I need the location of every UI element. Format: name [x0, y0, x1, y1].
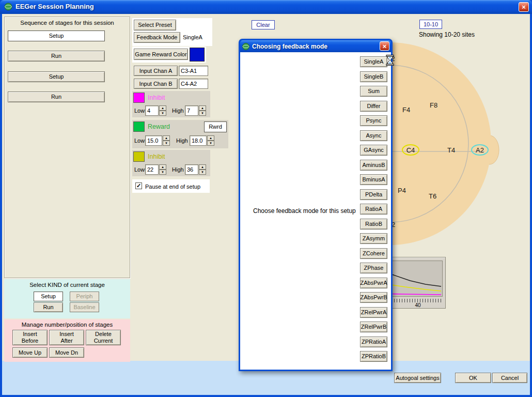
- reward-low-label: Low: [134, 138, 145, 144]
- mode-button[interactable]: ZAbsPwrB: [360, 292, 387, 303]
- feedback-mode-button[interactable]: Feedback Mode: [134, 32, 180, 43]
- mode-button[interactable]: AminusB: [360, 160, 387, 171]
- dialog-close-button[interactable]: ×: [380, 41, 389, 51]
- inhibit1-label: Inhibit: [148, 94, 165, 101]
- kind-setup-button[interactable]: Setup: [34, 292, 63, 301]
- game-reward-color-swatch[interactable]: [190, 48, 205, 62]
- spin-down-icon[interactable]: ▼: [207, 141, 214, 146]
- electrode-a2-label: A2: [476, 146, 484, 154]
- kind-panel: Select KIND of current stage Setup Perip…: [4, 279, 130, 318]
- inhibit2-high-value[interactable]: 36: [185, 164, 198, 175]
- inhibit2-low-spinner[interactable]: ▲ ▼: [159, 164, 166, 175]
- inhibit1-color-swatch[interactable]: [133, 93, 145, 103]
- inhibit1-high-spinner[interactable]: ▲ ▼: [199, 105, 206, 116]
- electrode-p4[interactable]: P4: [398, 187, 406, 194]
- mode-button[interactable]: GAsync: [360, 145, 387, 156]
- spin-up-icon[interactable]: ▲: [207, 135, 214, 141]
- kind-periph-button: Periph: [70, 292, 99, 301]
- inhibit2-low-value[interactable]: 22: [145, 164, 159, 175]
- electrode-f8[interactable]: F8: [430, 101, 437, 109]
- spin-up-icon[interactable]: ▲: [199, 164, 206, 170]
- input-chan-b-value[interactable]: C4-A2: [179, 79, 208, 89]
- electrode-t6[interactable]: T6: [429, 192, 436, 200]
- reward-low-spinner[interactable]: ▲ ▼: [163, 135, 170, 146]
- dialog-message: Choose feedback mode for this setup: [253, 207, 356, 215]
- spin-down-icon[interactable]: ▼: [159, 170, 166, 175]
- electrode-a2[interactable]: A2: [471, 144, 489, 156]
- mode-button[interactable]: ZRelPwrA: [360, 307, 387, 318]
- mode-button[interactable]: ZAbsPwrA: [360, 278, 387, 288]
- reward-color-swatch[interactable]: [133, 121, 145, 132]
- mode-button[interactable]: RatioB: [360, 219, 387, 230]
- input-chan-b-button[interactable]: Input Chan B: [134, 79, 178, 89]
- app-icon: [4, 3, 12, 12]
- mode-button[interactable]: Async: [360, 130, 387, 141]
- mode-button[interactable]: RatioA: [360, 204, 387, 215]
- mode-button[interactable]: ZPRatioA: [360, 337, 387, 347]
- mode-button[interactable]: SingleA: [360, 56, 387, 67]
- reward-high-value[interactable]: 18.0: [190, 135, 207, 146]
- hourglass-cursor: [386, 55, 394, 67]
- mode-button[interactable]: BminusA: [360, 174, 387, 185]
- autogoal-settings-button[interactable]: Autogoal settings: [394, 373, 441, 383]
- rwrd-button[interactable]: Rwrd: [204, 121, 227, 132]
- dialog-titlebar: Choosing feedback mode ×: [240, 40, 391, 52]
- inhibit2-color-swatch[interactable]: [133, 151, 145, 162]
- spin-up-icon[interactable]: ▲: [159, 105, 166, 111]
- ok-button[interactable]: OK: [455, 373, 491, 383]
- stage-button-1[interactable]: Setup: [8, 30, 105, 41]
- input-chan-a-button[interactable]: Input Chan A: [134, 66, 178, 76]
- mode-button[interactable]: ZPhase: [360, 263, 387, 273]
- move-dn-button[interactable]: Move Dn: [49, 347, 84, 358]
- reward-high-label: High: [176, 138, 188, 144]
- sites-1010-button[interactable]: 10-10: [419, 20, 442, 29]
- inhibit2-high-spinner[interactable]: ▲ ▼: [199, 164, 206, 175]
- reward-high-spinner[interactable]: ▲ ▼: [207, 135, 214, 146]
- window-close-button[interactable]: ×: [519, 2, 529, 12]
- inhibit1-low-spinner[interactable]: ▲ ▼: [159, 105, 166, 116]
- spin-down-icon[interactable]: ▼: [199, 170, 206, 175]
- game-reward-color-button[interactable]: Game Reward Color: [134, 49, 188, 60]
- mode-button[interactable]: ZCohere: [360, 248, 387, 259]
- mode-button[interactable]: ZRelPwrB: [360, 322, 387, 332]
- mode-button[interactable]: Differ: [360, 101, 387, 112]
- mode-button[interactable]: Psync: [360, 115, 387, 126]
- cancel-button[interactable]: Cancel: [492, 373, 527, 383]
- spin-down-icon[interactable]: ▼: [199, 111, 206, 116]
- stage-button-2[interactable]: Run: [8, 51, 105, 62]
- move-up-button[interactable]: Move Up: [12, 347, 48, 358]
- preset-panel: Select Preset Feedback Mode SingleA: [132, 18, 212, 46]
- manage-panel-title: Manage number/position of stages: [4, 322, 130, 328]
- stage-button-3[interactable]: Setup: [8, 71, 105, 82]
- pause-panel: ✓ Pause at end of setup: [132, 179, 210, 193]
- inhibit1-low-value[interactable]: 4: [145, 105, 159, 116]
- mode-button[interactable]: ZAsymm: [360, 233, 387, 244]
- mode-button[interactable]: PDelta: [360, 189, 387, 200]
- insert-after-button[interactable]: Insert After: [49, 330, 84, 345]
- spin-up-icon[interactable]: ▲: [199, 105, 206, 111]
- spectrum-axis-label: 40: [410, 302, 426, 308]
- clear-button[interactable]: Clear: [252, 20, 275, 29]
- kind-run-button[interactable]: Run: [34, 302, 63, 312]
- stage-button-4[interactable]: Run: [8, 91, 105, 102]
- delete-current-button[interactable]: Delete Current: [86, 330, 121, 345]
- spin-down-icon[interactable]: ▼: [159, 111, 166, 116]
- reward-color-panel: Game Reward Color: [132, 47, 206, 63]
- mode-button[interactable]: SingleB: [360, 71, 387, 82]
- kind-panel-title: Select KIND of current stage: [4, 282, 130, 288]
- electrode-t4[interactable]: T4: [447, 146, 455, 154]
- spin-down-icon[interactable]: ▼: [163, 141, 170, 146]
- pause-checkbox[interactable]: ✓: [135, 182, 142, 189]
- reward-low-value[interactable]: 15.0: [145, 135, 162, 146]
- input-chan-a-value[interactable]: C3-A1: [179, 66, 208, 76]
- mode-button[interactable]: Sum: [360, 86, 387, 97]
- spin-up-icon[interactable]: ▲: [159, 164, 166, 170]
- select-preset-button[interactable]: Select Preset: [134, 20, 176, 30]
- insert-before-button[interactable]: Insert Before: [12, 330, 48, 345]
- electrode-c4[interactable]: C4: [402, 144, 419, 156]
- manage-panel: Manage number/position of stages Insert …: [4, 319, 130, 362]
- electrode-f4[interactable]: F4: [402, 106, 410, 114]
- inhibit1-high-value[interactable]: 7: [185, 105, 198, 116]
- mode-button[interactable]: ZPRatioB: [360, 351, 387, 362]
- spin-up-icon[interactable]: ▲: [163, 135, 170, 141]
